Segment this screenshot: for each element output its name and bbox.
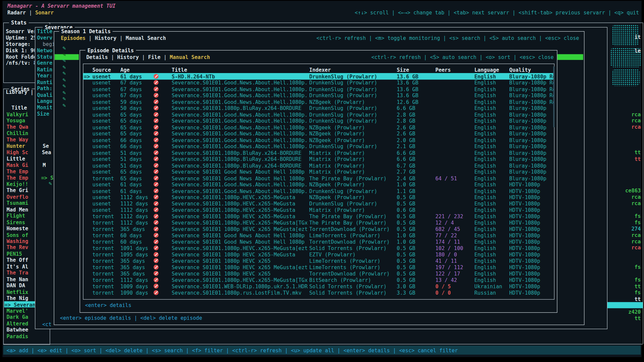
quality: HDTV-1080p bbox=[509, 226, 554, 232]
episode-tab-manual-search[interactable]: Manual Search bbox=[170, 54, 210, 60]
release-row[interactable]: usenet1112 daysSeverance.S01E01.1080p.HE… bbox=[83, 194, 554, 200]
series-item[interactable]: Sons of bbox=[7, 232, 35, 238]
episode-monitored-icon[interactable]: ✎ bbox=[62, 45, 66, 51]
release-row[interactable]: usenet61 daysSeverance.S01E01.Good.News.… bbox=[83, 188, 554, 194]
episode-monitored-icon[interactable]: ✎ bbox=[62, 77, 66, 83]
release-row[interactable]: usenet66 daysSeverance.S01E01.Good.News.… bbox=[83, 143, 554, 149]
series-item[interactable]: Marvel' bbox=[7, 308, 35, 314]
release-row[interactable]: usenet59 daysSeverance.S01E01.Good.News.… bbox=[83, 99, 554, 105]
release-row[interactable]: torrent60 daysSeverance S01E01 Good News… bbox=[83, 238, 554, 245]
episode-monitored-icon[interactable]: ✎ bbox=[62, 103, 66, 109]
episode-monitored-icon[interactable]: ✎ bbox=[62, 58, 66, 64]
release-row[interactable]: torrent1112 daysSeverance S01E01 1080p H… bbox=[83, 213, 554, 220]
release-row[interactable]: usenet67 daysSeverance.S01E01.Good.News.… bbox=[83, 79, 554, 86]
series-item[interactable]: The Emp bbox=[7, 168, 35, 174]
library-tab[interactable]: Library | bbox=[6, 89, 34, 95]
release-row[interactable]: torrent365 daysSeverance S01E01 1080p HE… bbox=[83, 226, 554, 232]
source: usenet bbox=[93, 118, 111, 124]
age: 365 days bbox=[120, 258, 145, 264]
series-item[interactable]: Altered bbox=[7, 320, 35, 326]
series-item[interactable]: => Severan bbox=[4, 301, 35, 307]
series-item[interactable]: Batwhee bbox=[7, 327, 35, 333]
release-title: Severance S01E01 1080p HEVC x265-MeGusta bbox=[172, 251, 308, 257]
release-row[interactable]: torrent365 daysSeverance S01E01 1080p HE… bbox=[83, 270, 554, 277]
release-row[interactable]: usenet1112 daysSeverance.S01E01.1080p.HE… bbox=[83, 207, 554, 213]
series-item[interactable]: Hunter bbox=[7, 143, 35, 149]
series-item[interactable]: The Qwa bbox=[7, 124, 35, 130]
series-item[interactable]: Dark Ga bbox=[7, 314, 35, 320]
series-item[interactable]: Washing bbox=[7, 238, 35, 244]
series-item[interactable]: Overflo bbox=[7, 194, 35, 200]
season-monitored-icon[interactable]: ✎ bbox=[48, 181, 52, 187]
series-item[interactable]: Little bbox=[7, 156, 35, 162]
episode-tab-history[interactable]: History bbox=[117, 54, 139, 60]
season-tab-manual-search[interactable]: Manual Search bbox=[126, 35, 166, 41]
series-item[interactable]: The Way bbox=[7, 137, 35, 143]
release-row[interactable]: torrent1112 daysSeverance.S01E01.1080p.H… bbox=[83, 219, 554, 226]
release-row[interactable]: =>usenet61 daysS-HD.H.264-NTbDrunkenSlug… bbox=[83, 73, 554, 79]
release-row[interactable]: usenet61 daysSeverance.S01E01.Good.News.… bbox=[83, 181, 554, 188]
series-item[interactable]: The Emp bbox=[7, 175, 35, 181]
release-row[interactable]: usenet51 daysSeverance.S01E01.1080p.BluR… bbox=[83, 162, 554, 169]
release-row[interactable]: usenet51 daysSeverance.S01E01.1080p.BluR… bbox=[83, 156, 554, 162]
series-item[interactable]: DAN DA bbox=[7, 283, 35, 289]
series-item[interactable]: Mad Men bbox=[7, 206, 35, 213]
servarr-tab-sonarr[interactable]: Sonarr bbox=[35, 9, 54, 15]
series-item[interactable]: Flight bbox=[7, 213, 35, 219]
release-table-scrollbar[interactable] bbox=[553, 66, 554, 127]
episode-tab-details[interactable]: Details bbox=[86, 54, 108, 60]
series-item[interactable]: Tsunami bbox=[7, 200, 35, 206]
series-item[interactable]: The Gri bbox=[7, 187, 35, 193]
series-item[interactable]: Chillin bbox=[7, 130, 35, 136]
series-item[interactable]: The Off bbox=[7, 257, 35, 263]
release-row[interactable]: torrent1112 daysSeverance.S01E01.1080p.H… bbox=[83, 277, 554, 283]
series-item[interactable]: Netflix bbox=[7, 289, 35, 295]
release-row[interactable]: usenet67 daysSeverance.S01E01.Good.News.… bbox=[83, 92, 554, 99]
series-item[interactable]: Yosuga bbox=[7, 118, 35, 124]
release-row[interactable]: usenet50 daysSeverance.S01E01.1080p.BluR… bbox=[83, 105, 554, 111]
release-row[interactable]: usenet66 daysSeverance.S01E01.Good.News.… bbox=[83, 137, 554, 143]
episode-monitored-icon[interactable]: ✎ bbox=[62, 83, 66, 89]
series-item[interactable]: The Nan bbox=[7, 276, 35, 282]
series-item[interactable]: Homeste bbox=[7, 225, 35, 231]
release-row[interactable]: usenet1112 daysSeverance.S01E01.1080p.HE… bbox=[83, 200, 554, 207]
release-row[interactable]: usenet65 daysSeverance.S01E01.Good.News.… bbox=[83, 118, 554, 124]
release-row[interactable]: torrent1091 daysSeverance.S01E01.1080p.H… bbox=[83, 245, 554, 251]
app-title: Managarr - A Servarr management TUI bbox=[7, 3, 116, 9]
release-title: Severance.S01E01.Good.News.About.Hell.10… bbox=[172, 86, 308, 92]
release-row[interactable]: torrent1009 daysSeverance.S01E01.WEB-DLR… bbox=[83, 283, 554, 289]
release-row[interactable]: usenet65 daysSeverance.S01E01.Good.News.… bbox=[83, 130, 554, 137]
series-item[interactable]: PEN15 bbox=[7, 251, 35, 257]
episode-monitored-icon[interactable]: ✎ bbox=[62, 71, 66, 77]
episode-monitored-icon[interactable]: ✎ bbox=[62, 96, 66, 102]
episode-monitored-icon[interactable]: ✎ bbox=[62, 90, 66, 96]
release-row[interactable]: torrent1095 daysSeverance S01E01 1080p H… bbox=[83, 251, 554, 257]
series-item[interactable]: The Tra bbox=[7, 270, 35, 276]
age: 365 days bbox=[120, 226, 145, 232]
release-row[interactable]: usenet65 daysSeverance S01E01 Good News … bbox=[83, 169, 554, 175]
episode-tab-file[interactable]: File bbox=[148, 54, 161, 60]
release-row[interactable]: usenet65 daysSeverance.S01E01.Good.News.… bbox=[83, 124, 554, 130]
series-item[interactable]: Mask Gi bbox=[7, 162, 35, 168]
series-item[interactable]: Valkyri bbox=[7, 111, 35, 117]
series-item[interactable]: High Sc bbox=[7, 149, 35, 155]
episode-monitored-icon[interactable]: ✎ bbox=[62, 64, 66, 70]
release-row[interactable]: torrent65 daysSeverance S01E01 Good News… bbox=[83, 175, 554, 181]
series-item[interactable]: Keijo!! bbox=[7, 181, 35, 187]
series-item[interactable]: It's Al bbox=[7, 263, 35, 269]
series-item[interactable]: The Nig bbox=[7, 295, 35, 301]
series-item[interactable]: Paradis bbox=[7, 333, 35, 339]
season-tab-episodes[interactable]: Episodes bbox=[61, 35, 86, 41]
episode-monitored-icon[interactable]: ✎ bbox=[62, 52, 66, 58]
servarr-tab-radarr[interactable]: Radarr bbox=[7, 9, 26, 15]
release-row[interactable]: torrent365 daysSeverance S01E01 1080p HE… bbox=[83, 257, 554, 264]
release-row[interactable]: usenet67 daysSeverance.S01E01.Good.News.… bbox=[83, 86, 554, 92]
release-row[interactable]: usenet65 daysSeverance.S01E01.Good.News.… bbox=[83, 111, 554, 118]
release-row[interactable]: torrent60 daysSeverance S01E01 Good News… bbox=[83, 232, 554, 238]
season-tab-history[interactable]: History bbox=[95, 35, 117, 41]
series-item[interactable]: Sirens bbox=[7, 219, 35, 225]
series-item[interactable]: The Rev bbox=[7, 244, 35, 250]
release-row[interactable]: usenet51 daysSeverance.S01E01.1080p.BluR… bbox=[83, 149, 554, 156]
release-row[interactable]: torrent365 daysSeverance S01E01 1080p HE… bbox=[83, 264, 554, 270]
release-row[interactable]: torrent1090 daysSeverance.S01E01.1080p.r… bbox=[83, 289, 554, 296]
